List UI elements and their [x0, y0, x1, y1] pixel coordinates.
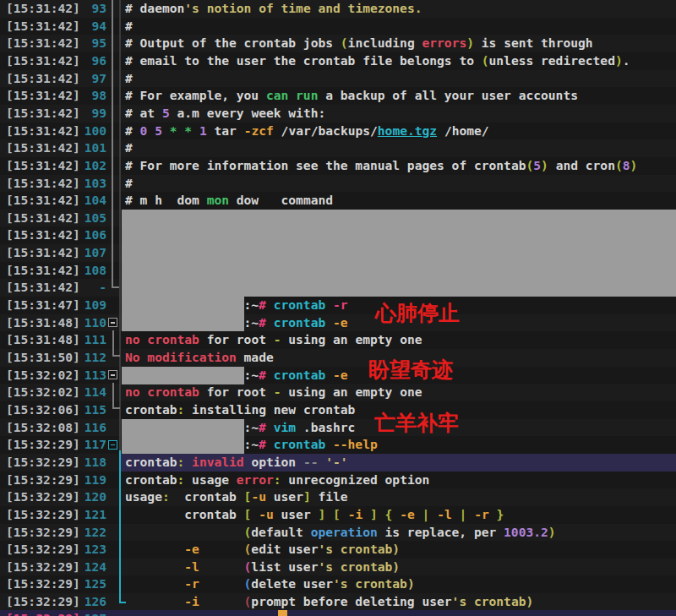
fold-collapse-icon[interactable]: [108, 440, 117, 450]
line-number[interactable]: 103: [78, 175, 106, 193]
log-row[interactable]: [15:32:29]119crontab: usage error: unrec…: [0, 472, 676, 489]
timestamp: [15:31:42]: [6, 226, 80, 244]
fold-collapse-icon[interactable]: [108, 318, 117, 327]
log-row[interactable]: [15:32:29]121crontab [ -u user ] [ -i ] …: [0, 506, 676, 524]
log-row[interactable]: [15:32:08]116:~# vim .bashrc: [0, 419, 676, 437]
log-row[interactable]: [15:31:42]101#: [0, 139, 676, 157]
line-number[interactable]: 95: [78, 35, 106, 52]
line-number[interactable]: 119: [78, 472, 106, 489]
timestamp: [15:32:29]: [6, 541, 80, 559]
timestamp: [15:31:42]: [6, 105, 80, 123]
line-number[interactable]: 112: [78, 349, 106, 367]
line-number[interactable]: 126: [78, 593, 106, 611]
log-row[interactable]: [15:32:02]114no crontab for root - using…: [0, 384, 676, 401]
gutter-divider: [119, 0, 121, 450]
line-number[interactable]: -: [78, 279, 106, 297]
log-row[interactable]: [15:32:29]124-l (list user's crontab): [0, 559, 676, 576]
line-number[interactable]: 122: [78, 524, 106, 542]
line-number[interactable]: 99: [78, 105, 106, 123]
log-row[interactable]: [15:32:29]117:~# crontab --help: [0, 436, 676, 454]
log-row[interactable]: [15:31:48]110:~# crontab -e: [0, 314, 676, 332]
line-number[interactable]: 100: [78, 123, 106, 140]
log-row[interactable]: [15:31:42]94#: [0, 18, 676, 35]
line-number[interactable]: 96: [78, 52, 106, 70]
line-number[interactable]: 114: [78, 384, 106, 401]
log-row[interactable]: [15:31:42]93# daemon's notion of time an…: [0, 0, 676, 18]
log-row[interactable]: [15:32:02]113:~# crontab -e: [0, 367, 676, 384]
code-text: no crontab for root - using an empty one: [125, 331, 422, 349]
code-text: crontab [ -u user ] [ -i ] { -e | -l | -…: [125, 506, 504, 524]
line-number[interactable]: 123: [78, 541, 106, 559]
code-text: -e (edit user's crontab): [125, 541, 400, 559]
code-text: # For example, you can run a backup of a…: [125, 87, 578, 105]
code-text: crontab: installing new crontab: [125, 401, 355, 419]
line-number[interactable]: 115: [78, 401, 106, 419]
line-number[interactable]: 108: [78, 262, 106, 280]
timestamp: [15:31:42]: [6, 157, 80, 175]
log-row[interactable]: [15:31:42]95# Output of the crontab jobs…: [0, 35, 676, 52]
timestamp: [15:32:29]: [6, 559, 80, 576]
line-number[interactable]: 98: [78, 87, 106, 105]
log-row[interactable]: [15:32:29]118crontab: invalid option -- …: [0, 454, 676, 472]
line-number[interactable]: 105: [78, 210, 106, 227]
log-row[interactable]: [15:32:29]126-i (prompt before deleting …: [0, 593, 676, 611]
log-row[interactable]: [15:31:42]102# For more information see …: [0, 157, 676, 175]
log-row[interactable]: [15:31:47]109:~# crontab -r: [0, 297, 676, 314]
fold-guide-113-end: [112, 407, 120, 409]
line-number[interactable]: 109: [78, 297, 106, 314]
log-row[interactable]: [15:31:42]103#: [0, 175, 676, 193]
log-row[interactable]: [15:32:29]125-r (delete user's crontab): [0, 575, 676, 593]
line-number[interactable]: 107: [78, 244, 106, 262]
code-text: No modification made: [125, 349, 274, 367]
log-row[interactable]: [15:32:29]123-e (edit user's crontab): [0, 541, 676, 559]
line-number[interactable]: 94: [78, 18, 106, 35]
line-number[interactable]: 104: [78, 192, 106, 210]
log-row[interactable]: [15:31:42]98# For example, you can run a…: [0, 87, 676, 105]
log-row[interactable]: [15:31:42]100# 0 5 * * 1 tar -zcf /var/b…: [0, 123, 676, 140]
line-number[interactable]: 118: [78, 454, 106, 472]
log-row[interactable]: [15:32:06]115crontab: installing new cro…: [0, 401, 676, 419]
log-row[interactable]: [15:31:42]104# m h dom mon dow command: [0, 192, 676, 210]
line-number[interactable]: 116: [78, 419, 106, 437]
line-number[interactable]: 101: [78, 139, 106, 157]
timestamp: [15:31:42]: [6, 87, 80, 105]
minus-glyph: [111, 322, 115, 324]
timestamp: [15:32:02]: [6, 384, 80, 401]
fold-collapse-icon[interactable]: [108, 370, 117, 379]
code-text: #: [125, 18, 133, 35]
timestamp: [15:32:29]: [6, 472, 80, 489]
line-number[interactable]: 93: [78, 0, 106, 18]
log-row[interactable]: [15:32:29]120usage: crontab [-u user] fi…: [0, 488, 676, 506]
timestamp: [15:31:42]: [6, 0, 80, 18]
timestamp: [15:31:42]: [6, 262, 80, 280]
code-text: usage: crontab [-u user] file: [125, 488, 348, 506]
timestamp: [15:32:29]: [6, 610, 80, 616]
timestamp: [15:32:29]: [6, 575, 80, 593]
redaction-block-prompt-109-110: [122, 297, 244, 331]
timestamp: [15:32:29]: [6, 488, 80, 506]
fold-guide-110: [112, 330, 114, 357]
timestamp: [15:31:42]: [6, 210, 80, 227]
line-number[interactable]: 124: [78, 559, 106, 576]
log-row[interactable]: [15:31:48]111no crontab for root - using…: [0, 331, 676, 349]
line-number[interactable]: 120: [78, 488, 106, 506]
code-text: # email to the user the crontab file bel…: [125, 52, 630, 70]
line-number[interactable]: 111: [78, 331, 106, 349]
line-number[interactable]: 121: [78, 506, 106, 524]
log-row[interactable]: [15:31:50]112No modification made: [0, 349, 676, 367]
line-number[interactable]: 113: [78, 367, 106, 384]
line-number[interactable]: 117: [78, 436, 106, 454]
line-number[interactable]: 110: [78, 314, 106, 332]
fold-guide-113: [112, 383, 114, 409]
code-text: -i (prompt before deleting user's cronta…: [125, 593, 533, 611]
line-number[interactable]: 102: [78, 157, 106, 175]
annotation-hoping-for-miracle: 盼望奇迹: [368, 358, 453, 381]
log-row[interactable]: [15:32:29]122(default operation is repla…: [0, 524, 676, 542]
log-row[interactable]: [15:31:42]97#: [0, 70, 676, 88]
log-row[interactable]: [15:31:42]96# email to the user the cron…: [0, 52, 676, 70]
line-number[interactable]: 125: [78, 575, 106, 593]
log-row[interactable]: [15:31:42]99# at 5 a.m every week with:: [0, 105, 676, 123]
line-number[interactable]: 97: [78, 70, 106, 88]
code-text: -l (list user's crontab): [125, 559, 400, 576]
line-number[interactable]: 106: [78, 226, 106, 244]
